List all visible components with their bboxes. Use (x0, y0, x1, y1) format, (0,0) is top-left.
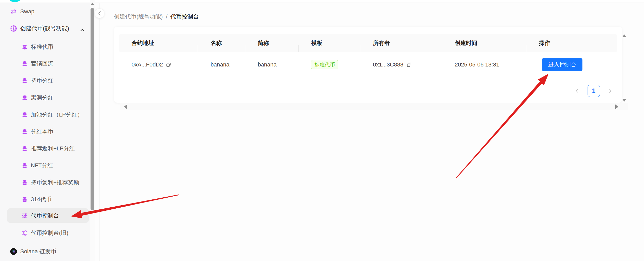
breadcrumb-separator: / (166, 13, 167, 20)
swap-icon: ⇄ (10, 8, 17, 15)
sliders-icon (22, 230, 27, 236)
template-badge: 标准代币 (311, 60, 338, 69)
column-header-owner: 所有者 (360, 39, 442, 47)
sidebar-item-nft-dividend[interactable]: NFT分红 (7, 158, 89, 173)
coin-stack-icon (22, 112, 27, 118)
page-root: ⇄ Swap $ 创建代币(靓号功能) 标准代币 (0, 0, 644, 261)
prev-page-button[interactable] (573, 85, 581, 97)
coin-stack-icon (22, 180, 27, 185)
copy-icon[interactable] (407, 62, 412, 67)
chevron-left-icon (98, 11, 101, 16)
enter-console-button[interactable]: 进入控制台 (542, 58, 582, 71)
triangle-up-icon[interactable] (91, 3, 94, 5)
page-number-button[interactable]: 1 (588, 85, 600, 97)
coin-stack-icon (22, 44, 27, 50)
column-header-symbol: 简称 (245, 39, 298, 47)
cell-created-at: 2025-05-06 13:31 (442, 61, 526, 68)
sidebar-item-label: 代币控制台(旧) (31, 229, 68, 237)
sidebar-collapse-button[interactable] (95, 8, 104, 18)
svg-text:$: $ (13, 27, 15, 31)
created-at-text: 2025-05-06 13:31 (455, 61, 499, 68)
coin-stack-icon (22, 61, 27, 66)
breadcrumb: 创建代币(靓号功能) / 代币控制台 (114, 13, 199, 21)
coin-stack-icon (22, 129, 27, 134)
sidebar-item-314-token[interactable]: 314代币 (7, 192, 89, 207)
sidebar-item-label: 持币分红 (31, 77, 53, 84)
column-header-action: 操作 (526, 39, 617, 47)
sidebar-item-token-console[interactable]: 代币控制台 (7, 208, 89, 223)
cell-action: 进入控制台 (526, 58, 617, 71)
main-content: 创建代币(靓号功能) / 代币控制台 合约地址 名称 简称 模板 所有者 创建时… (100, 0, 644, 261)
column-header-template: 模板 (298, 39, 360, 47)
sidebar-item-holder-dividend[interactable]: 持币分红 (7, 73, 89, 88)
column-header-created: 创建时间 (442, 39, 526, 47)
solana-icon (10, 248, 17, 255)
table-vertical-scrollbar[interactable] (622, 33, 627, 103)
sidebar-item-label: 加池分红（LP分红） (31, 111, 83, 119)
sidebar-item-blackhole-dividend[interactable]: 黑洞分红 (7, 91, 89, 105)
top-strip (0, 0, 644, 3)
cell-owner: 0x1...3C888 (360, 61, 442, 68)
triangle-down-icon[interactable] (622, 99, 626, 102)
chevron-right-icon (608, 89, 612, 93)
coin-stack-icon (22, 163, 27, 168)
column-header-name: 名称 (198, 39, 245, 47)
sidebar-item-label: 黑洞分红 (31, 94, 53, 102)
sidebar-item-token-console-old[interactable]: 代币控制台(旧) (7, 226, 89, 240)
sidebar-item-label: Solana 链发币 (20, 248, 56, 255)
sidebar-scrollbar-thumb[interactable] (91, 8, 94, 210)
chevron-up-icon (80, 26, 85, 33)
breadcrumb-current: 代币控制台 (171, 13, 199, 21)
triangle-up-icon[interactable] (622, 34, 626, 37)
sidebar-item-label: 标准代币 (31, 43, 53, 51)
sidebar-item-label: 314代币 (31, 196, 52, 203)
sidebar-item-solana[interactable]: Solana 链发币 (7, 244, 89, 259)
table-horizontal-scrollbar[interactable] (120, 103, 628, 110)
sidebar-item-label: 持币复利+推荐奖励 (31, 179, 79, 186)
sidebar-item-referral-lp-dividend[interactable]: 推荐返利+LP分红 (7, 141, 89, 156)
column-header-contract: 合约地址 (119, 39, 198, 47)
dollar-coin-icon: $ (10, 25, 17, 32)
token-name-text: banana (211, 61, 229, 68)
triangle-right-icon[interactable] (615, 104, 618, 109)
sliders-icon (22, 213, 27, 218)
sidebar-item-label: Swap (20, 8, 34, 15)
cell-contract-address: 0xA...F0dD2 (119, 61, 198, 68)
table-header-row: 合约地址 名称 简称 模板 所有者 创建时间 操作 (119, 34, 617, 52)
cell-template: 标准代币 (298, 60, 360, 69)
owner-address-text: 0x1...3C888 (373, 61, 403, 68)
sidebar-item-label: 代币控制台 (31, 212, 59, 219)
sidebar-item-label: 创建代币(靓号功能) (20, 25, 69, 32)
cell-name: banana (198, 61, 245, 68)
sidebar-item-lp-dividend[interactable]: 加池分红（LP分红） (7, 108, 89, 122)
coin-stack-icon (22, 78, 27, 83)
token-symbol-text: banana (258, 61, 276, 68)
coin-stack-icon (22, 146, 27, 151)
breadcrumb-parent[interactable]: 创建代币(靓号功能) (114, 13, 163, 21)
sidebar-item-label: 营销回流 (31, 60, 53, 67)
triangle-left-icon[interactable] (124, 104, 127, 109)
cell-symbol: banana (245, 61, 298, 68)
next-page-button[interactable] (607, 85, 614, 97)
chevron-left-icon (575, 89, 579, 93)
coin-stack-icon (22, 95, 27, 101)
sidebar-item-swap[interactable]: ⇄ Swap (7, 4, 89, 19)
sidebar: ⇄ Swap $ 创建代币(靓号功能) 标准代币 (0, 0, 90, 261)
sidebar-item-marketing-reflow[interactable]: 营销回流 (7, 56, 89, 71)
sidebar-item-label: NFT分红 (31, 162, 53, 169)
sidebar-item-compound-referral[interactable]: 持币复利+推荐奖励 (7, 175, 89, 190)
copy-icon[interactable] (166, 62, 171, 67)
table-row: 0xA...F0dD2 banana banana 标准代币 0x1...3C8… (119, 52, 617, 77)
pagination: 1 (573, 85, 614, 97)
sidebar-item-label: 推荐返利+LP分红 (31, 145, 75, 152)
contract-address-text: 0xA...F0dD2 (132, 61, 163, 68)
coin-stack-icon (22, 197, 27, 202)
sidebar-item-standard-token[interactable]: 标准代币 (7, 40, 89, 54)
token-table-card: 合约地址 名称 简称 模板 所有者 创建时间 操作 0xA...F0dD2 ba… (114, 27, 622, 103)
sidebar-item-dividend-native[interactable]: 分红本币 (7, 124, 89, 139)
sidebar-item-create-token[interactable]: $ 创建代币(靓号功能) (7, 21, 89, 36)
sidebar-item-label: 分红本币 (31, 128, 53, 136)
sidebar-scrollbar[interactable] (90, 0, 95, 261)
